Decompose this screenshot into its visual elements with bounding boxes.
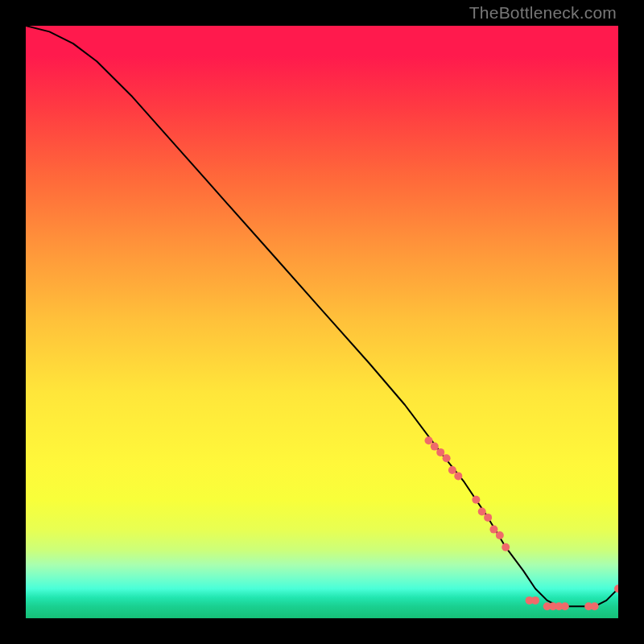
data-point: [489, 526, 497, 534]
data-point: [454, 472, 462, 480]
data-point: [425, 436, 433, 444]
data-point: [436, 448, 444, 456]
data-point: [448, 466, 456, 474]
data-point: [531, 597, 539, 605]
data-point: [478, 508, 486, 516]
chart-frame: TheBottleneck.com: [0, 0, 644, 644]
line-curve: [26, 26, 618, 606]
data-point: [472, 496, 480, 504]
plot-area: [26, 26, 618, 618]
data-point: [591, 602, 599, 610]
data-point: [443, 454, 451, 462]
marker-group: [425, 436, 619, 610]
chart-svg: [26, 26, 618, 618]
data-point: [561, 602, 569, 610]
data-point: [431, 443, 439, 451]
data-point: [484, 514, 492, 522]
watermark-text: TheBottleneck.com: [469, 3, 617, 23]
data-point: [496, 531, 504, 539]
data-point: [502, 543, 510, 551]
